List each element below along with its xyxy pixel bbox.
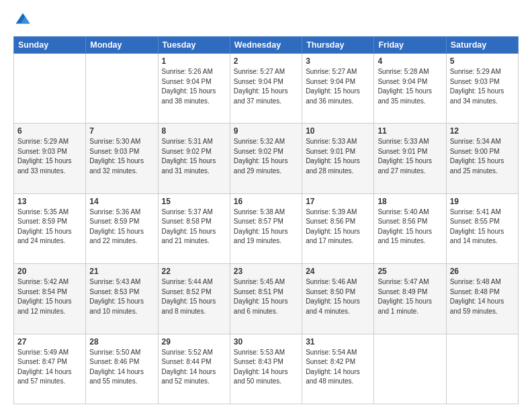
day-info: Sunrise: 5:30 AMSunset: 9:03 PMDaylight:… bbox=[89, 138, 144, 175]
day-number: 10 bbox=[306, 126, 370, 136]
day-info: Sunrise: 5:29 AMSunset: 9:03 PMDaylight:… bbox=[17, 138, 72, 175]
day-info: Sunrise: 5:52 AMSunset: 8:44 PMDaylight:… bbox=[162, 349, 216, 385]
day-number: 22 bbox=[162, 267, 226, 276]
calendar-cell: 5Sunrise: 5:29 AMSunset: 9:03 PMDaylight… bbox=[446, 54, 518, 124]
calendar-cell: 17Sunrise: 5:39 AMSunset: 8:56 PMDayligh… bbox=[302, 193, 374, 263]
calendar-header-tuesday: Tuesday bbox=[158, 37, 230, 54]
day-number: 15 bbox=[162, 197, 226, 206]
day-number: 31 bbox=[306, 337, 370, 347]
day-info: Sunrise: 5:34 AMSunset: 9:00 PMDaylight:… bbox=[450, 138, 504, 175]
calendar-week-3: 20Sunrise: 5:42 AMSunset: 8:54 PMDayligh… bbox=[14, 264, 519, 334]
calendar-cell: 1Sunrise: 5:26 AMSunset: 9:04 PMDaylight… bbox=[158, 54, 230, 124]
calendar-cell: 6Sunrise: 5:29 AMSunset: 9:03 PMDaylight… bbox=[14, 124, 86, 193]
calendar-cell: 11Sunrise: 5:33 AMSunset: 9:01 PMDayligh… bbox=[374, 124, 446, 193]
calendar-cell: 31Sunrise: 5:54 AMSunset: 8:42 PMDayligh… bbox=[302, 334, 374, 404]
calendar-cell: 27Sunrise: 5:49 AMSunset: 8:47 PMDayligh… bbox=[14, 334, 86, 404]
calendar-cell bbox=[446, 334, 518, 404]
calendar-cell: 13Sunrise: 5:35 AMSunset: 8:59 PMDayligh… bbox=[14, 193, 86, 263]
calendar-cell bbox=[86, 54, 158, 124]
day-info: Sunrise: 5:46 AMSunset: 8:50 PMDaylight:… bbox=[306, 278, 360, 315]
calendar-cell: 21Sunrise: 5:43 AMSunset: 8:53 PMDayligh… bbox=[86, 264, 158, 334]
day-number: 24 bbox=[306, 267, 370, 276]
day-number: 4 bbox=[378, 56, 442, 66]
calendar-header-sunday: Sunday bbox=[14, 37, 86, 54]
day-info: Sunrise: 5:38 AMSunset: 8:57 PMDaylight:… bbox=[234, 208, 288, 245]
calendar-header-saturday: Saturday bbox=[446, 37, 518, 54]
day-info: Sunrise: 5:49 AMSunset: 8:47 PMDaylight:… bbox=[17, 349, 72, 385]
day-number: 26 bbox=[450, 267, 515, 276]
calendar-cell: 29Sunrise: 5:52 AMSunset: 8:44 PMDayligh… bbox=[158, 334, 230, 404]
calendar-cell: 3Sunrise: 5:27 AMSunset: 9:04 PMDaylight… bbox=[302, 54, 374, 124]
day-number: 18 bbox=[378, 197, 442, 206]
day-info: Sunrise: 5:54 AMSunset: 8:42 PMDaylight:… bbox=[306, 349, 360, 385]
calendar-cell: 4Sunrise: 5:28 AMSunset: 9:04 PMDaylight… bbox=[374, 54, 446, 124]
calendar-cell: 14Sunrise: 5:36 AMSunset: 8:59 PMDayligh… bbox=[86, 193, 158, 263]
calendar-cell: 2Sunrise: 5:27 AMSunset: 9:04 PMDaylight… bbox=[230, 54, 302, 124]
day-info: Sunrise: 5:43 AMSunset: 8:53 PMDaylight:… bbox=[89, 278, 144, 315]
calendar-cell: 16Sunrise: 5:38 AMSunset: 8:57 PMDayligh… bbox=[230, 193, 302, 263]
day-number: 14 bbox=[89, 197, 154, 206]
calendar-cell: 23Sunrise: 5:45 AMSunset: 8:51 PMDayligh… bbox=[230, 264, 302, 334]
day-number: 25 bbox=[378, 267, 442, 276]
day-number: 29 bbox=[162, 337, 226, 347]
day-number: 21 bbox=[89, 267, 154, 276]
day-number: 12 bbox=[450, 126, 515, 136]
calendar-cell bbox=[374, 334, 446, 404]
calendar-week-4: 27Sunrise: 5:49 AMSunset: 8:47 PMDayligh… bbox=[14, 334, 519, 404]
calendar-week-1: 6Sunrise: 5:29 AMSunset: 9:03 PMDaylight… bbox=[14, 124, 519, 193]
day-info: Sunrise: 5:44 AMSunset: 8:52 PMDaylight:… bbox=[162, 278, 216, 315]
calendar-cell: 12Sunrise: 5:34 AMSunset: 9:00 PMDayligh… bbox=[446, 124, 518, 193]
day-number: 17 bbox=[306, 197, 370, 206]
day-number: 7 bbox=[89, 126, 154, 136]
day-number: 19 bbox=[450, 197, 515, 206]
day-number: 16 bbox=[234, 197, 298, 206]
day-info: Sunrise: 5:27 AMSunset: 9:04 PMDaylight:… bbox=[306, 68, 360, 105]
day-number: 8 bbox=[162, 126, 226, 136]
day-number: 23 bbox=[234, 267, 298, 276]
day-number: 5 bbox=[450, 56, 515, 66]
day-number: 2 bbox=[234, 56, 298, 66]
calendar-week-0: 1Sunrise: 5:26 AMSunset: 9:04 PMDaylight… bbox=[14, 54, 519, 124]
calendar-cell: 25Sunrise: 5:47 AMSunset: 8:49 PMDayligh… bbox=[374, 264, 446, 334]
day-info: Sunrise: 5:36 AMSunset: 8:59 PMDaylight:… bbox=[89, 208, 144, 245]
header bbox=[13, 11, 519, 30]
day-number: 9 bbox=[234, 126, 298, 136]
day-info: Sunrise: 5:45 AMSunset: 8:51 PMDaylight:… bbox=[234, 278, 288, 315]
calendar-header-monday: Monday bbox=[86, 37, 158, 54]
day-info: Sunrise: 5:33 AMSunset: 9:01 PMDaylight:… bbox=[378, 138, 432, 175]
day-info: Sunrise: 5:37 AMSunset: 8:58 PMDaylight:… bbox=[162, 208, 216, 245]
day-info: Sunrise: 5:42 AMSunset: 8:54 PMDaylight:… bbox=[17, 278, 72, 315]
calendar-header-thursday: Thursday bbox=[302, 37, 374, 54]
day-number: 3 bbox=[306, 56, 370, 66]
day-number: 6 bbox=[17, 126, 82, 136]
calendar-week-2: 13Sunrise: 5:35 AMSunset: 8:59 PMDayligh… bbox=[14, 193, 519, 263]
day-info: Sunrise: 5:48 AMSunset: 8:48 PMDaylight:… bbox=[450, 278, 504, 315]
logo bbox=[13, 11, 35, 30]
day-info: Sunrise: 5:28 AMSunset: 9:04 PMDaylight:… bbox=[378, 68, 432, 105]
day-number: 27 bbox=[17, 337, 82, 347]
day-info: Sunrise: 5:35 AMSunset: 8:59 PMDaylight:… bbox=[17, 208, 72, 245]
day-number: 30 bbox=[234, 337, 298, 347]
logo-icon bbox=[13, 11, 32, 30]
day-number: 28 bbox=[89, 337, 154, 347]
calendar-header-friday: Friday bbox=[374, 37, 446, 54]
calendar-cell: 18Sunrise: 5:40 AMSunset: 8:56 PMDayligh… bbox=[374, 193, 446, 263]
day-info: Sunrise: 5:31 AMSunset: 9:02 PMDaylight:… bbox=[162, 138, 216, 175]
calendar-cell: 7Sunrise: 5:30 AMSunset: 9:03 PMDaylight… bbox=[86, 124, 158, 193]
day-number: 20 bbox=[17, 267, 82, 276]
day-info: Sunrise: 5:27 AMSunset: 9:04 PMDaylight:… bbox=[234, 68, 288, 105]
calendar-cell: 9Sunrise: 5:32 AMSunset: 9:02 PMDaylight… bbox=[230, 124, 302, 193]
calendar: SundayMondayTuesdayWednesdayThursdayFrid… bbox=[13, 36, 519, 404]
calendar-header-row: SundayMondayTuesdayWednesdayThursdayFrid… bbox=[14, 37, 519, 54]
calendar-cell: 28Sunrise: 5:50 AMSunset: 8:46 PMDayligh… bbox=[86, 334, 158, 404]
calendar-cell: 8Sunrise: 5:31 AMSunset: 9:02 PMDaylight… bbox=[158, 124, 230, 193]
calendar-cell: 10Sunrise: 5:33 AMSunset: 9:01 PMDayligh… bbox=[302, 124, 374, 193]
day-info: Sunrise: 5:26 AMSunset: 9:04 PMDaylight:… bbox=[162, 68, 216, 105]
day-info: Sunrise: 5:47 AMSunset: 8:49 PMDaylight:… bbox=[378, 278, 432, 315]
day-number: 13 bbox=[17, 197, 82, 206]
calendar-cell: 26Sunrise: 5:48 AMSunset: 8:48 PMDayligh… bbox=[446, 264, 518, 334]
day-info: Sunrise: 5:40 AMSunset: 8:56 PMDaylight:… bbox=[378, 208, 432, 245]
calendar-cell: 22Sunrise: 5:44 AMSunset: 8:52 PMDayligh… bbox=[158, 264, 230, 334]
day-info: Sunrise: 5:39 AMSunset: 8:56 PMDaylight:… bbox=[306, 208, 360, 245]
day-number: 11 bbox=[378, 126, 442, 136]
